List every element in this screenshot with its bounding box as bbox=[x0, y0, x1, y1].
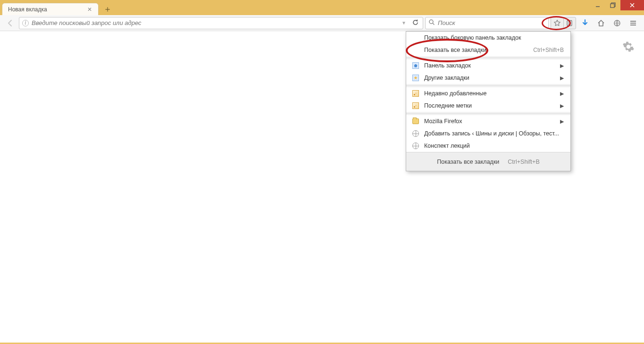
menu-item-bookmark-entry[interactable]: Конспект лекций bbox=[406, 140, 570, 152]
menu-item-label: Показать боковую панель закладок bbox=[424, 34, 564, 41]
menu-item-label: Панель закладок bbox=[424, 62, 555, 69]
svg-point-5 bbox=[429, 20, 433, 24]
svg-line-6 bbox=[433, 23, 435, 25]
menu-footer-label: Показать все закладки bbox=[437, 159, 499, 165]
menu-item-label: Последние метки bbox=[424, 102, 555, 109]
search-input[interactable] bbox=[438, 19, 545, 26]
chevron-right-icon: ▶ bbox=[560, 75, 564, 81]
window-controls bbox=[590, 0, 644, 10]
minimize-button[interactable] bbox=[590, 0, 605, 10]
bookmarks-dropdown-menu: Показать боковую панель закладок Показат… bbox=[406, 31, 571, 171]
menu-item-label: Недавно добавленные bbox=[424, 90, 555, 97]
menu-item-show-sidebar[interactable]: Показать боковую панель закладок bbox=[406, 32, 570, 44]
url-input[interactable] bbox=[32, 19, 397, 26]
hamburger-menu-button[interactable] bbox=[626, 17, 640, 29]
bookmarks-menu-button[interactable] bbox=[564, 17, 576, 29]
new-tab-button[interactable]: ＋ bbox=[101, 3, 114, 15]
home-button[interactable] bbox=[594, 17, 608, 29]
bookmark-star-button[interactable] bbox=[551, 17, 564, 29]
close-tab-button[interactable]: ✕ bbox=[86, 6, 93, 13]
globe-icon bbox=[412, 142, 419, 150]
recent-tags-icon bbox=[412, 102, 419, 109]
svg-rect-2 bbox=[611, 4, 614, 8]
menu-separator bbox=[406, 85, 570, 86]
titlebar: Новая вкладка ✕ ＋ bbox=[0, 0, 644, 15]
url-dropdown-button[interactable]: ▼ bbox=[400, 20, 408, 25]
tab-title: Новая вкладка bbox=[8, 6, 86, 13]
menu-item-shortcut: Ctrl+Shift+B bbox=[533, 47, 564, 53]
url-bar[interactable]: i ▼ bbox=[19, 17, 423, 29]
menu-item-label: Добавить запись ‹ Шины и диски | Обзоры,… bbox=[424, 130, 564, 137]
menu-item-label: Показать все закладки bbox=[424, 47, 528, 53]
window-close-button[interactable] bbox=[620, 0, 644, 10]
menu-item-label: Другие закладки bbox=[424, 75, 555, 81]
chevron-right-icon: ▶ bbox=[560, 91, 564, 97]
back-button[interactable] bbox=[4, 17, 17, 29]
folder-icon bbox=[412, 117, 419, 125]
search-bar[interactable] bbox=[425, 17, 549, 29]
menu-separator bbox=[406, 113, 570, 114]
blank-icon bbox=[412, 34, 419, 42]
chevron-right-icon: ▶ bbox=[560, 63, 564, 69]
search-icon bbox=[428, 19, 435, 27]
reload-button[interactable] bbox=[411, 19, 420, 27]
newtab-settings-button[interactable] bbox=[622, 41, 635, 54]
menu-item-recent-tags[interactable]: Последние метки ▶ bbox=[406, 100, 570, 112]
restore-button[interactable] bbox=[605, 0, 620, 10]
site-info-icon[interactable]: i bbox=[22, 20, 29, 26]
tab-active[interactable]: Новая вкладка ✕ bbox=[2, 3, 99, 15]
bookmarks-toolbar-icon bbox=[412, 62, 419, 69]
other-bookmarks-icon bbox=[412, 74, 419, 82]
menu-footer-show-all[interactable]: Показать все закладки Ctrl+Shift+B bbox=[406, 152, 570, 171]
menu-item-bookmark-entry[interactable]: Добавить запись ‹ Шины и диски | Обзоры,… bbox=[406, 127, 570, 140]
chevron-right-icon: ▶ bbox=[560, 103, 564, 109]
recent-added-icon bbox=[412, 90, 419, 97]
chevron-right-icon: ▶ bbox=[560, 118, 564, 125]
globe-icon bbox=[412, 130, 419, 137]
downloads-button[interactable] bbox=[578, 17, 592, 29]
navigation-toolbar: i ▼ bbox=[0, 15, 644, 31]
menu-separator bbox=[406, 58, 570, 58]
menu-item-recently-added[interactable]: Недавно добавленные ▶ bbox=[406, 87, 570, 100]
menu-item-other-bookmarks[interactable]: Другие закладки ▶ bbox=[406, 72, 570, 84]
tab-strip: Новая вкладка ✕ ＋ bbox=[0, 0, 114, 15]
menu-item-show-all-bookmarks[interactable]: Показать все закладки Ctrl+Shift+B bbox=[406, 44, 570, 56]
menu-item-label: Конспект лекций bbox=[424, 143, 564, 149]
menu-item-firefox-folder[interactable]: Mozilla Firefox ▶ bbox=[406, 115, 570, 127]
blank-icon bbox=[412, 46, 419, 54]
menu-item-bookmarks-toolbar[interactable]: Панель закладок ▶ bbox=[406, 59, 570, 72]
addons-globe-button[interactable] bbox=[610, 17, 624, 29]
bookmark-buttons-group bbox=[551, 17, 576, 29]
menu-footer-shortcut: Ctrl+Shift+B bbox=[508, 159, 539, 165]
menu-item-label: Mozilla Firefox bbox=[424, 118, 555, 125]
